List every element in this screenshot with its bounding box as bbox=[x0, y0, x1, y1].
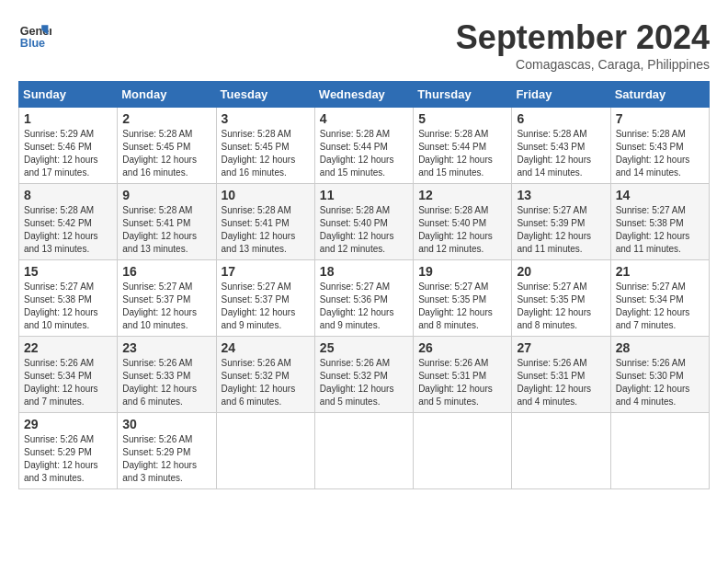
day-number: 18 bbox=[320, 264, 408, 279]
day-number: 29 bbox=[24, 417, 112, 431]
day-details: Sunrise: 5:27 AMSunset: 5:35 PMDaylight:… bbox=[418, 282, 493, 330]
day-number: 1 bbox=[24, 111, 112, 126]
calendar-day-cell: 28 Sunrise: 5:26 AMSunset: 5:30 PMDaylig… bbox=[610, 337, 709, 413]
day-number: 15 bbox=[24, 264, 112, 279]
day-details: Sunrise: 5:26 AMSunset: 5:29 PMDaylight:… bbox=[122, 434, 197, 483]
calendar-week-row: 15 Sunrise: 5:27 AMSunset: 5:38 PMDaylig… bbox=[19, 260, 710, 337]
day-number: 24 bbox=[222, 340, 310, 355]
calendar-day-cell: 9 Sunrise: 5:28 AMSunset: 5:41 PMDayligh… bbox=[118, 184, 216, 260]
calendar-day-cell: 1 Sunrise: 5:29 AMSunset: 5:46 PMDayligh… bbox=[19, 108, 118, 184]
calendar-day-header: Thursday bbox=[414, 82, 512, 108]
day-number: 26 bbox=[418, 340, 506, 355]
calendar-day-cell: 14 Sunrise: 5:27 AMSunset: 5:38 PMDaylig… bbox=[610, 184, 709, 260]
calendar-day-cell: 24 Sunrise: 5:26 AMSunset: 5:32 PMDaylig… bbox=[216, 337, 314, 413]
calendar-day-header: Wednesday bbox=[314, 82, 413, 108]
day-number: 25 bbox=[320, 340, 408, 355]
calendar-day-cell: 7 Sunrise: 5:28 AMSunset: 5:43 PMDayligh… bbox=[610, 108, 709, 184]
day-number: 17 bbox=[222, 264, 310, 279]
day-details: Sunrise: 5:27 AMSunset: 5:34 PMDaylight:… bbox=[616, 282, 690, 330]
day-details: Sunrise: 5:27 AMSunset: 5:36 PMDaylight:… bbox=[320, 282, 394, 330]
calendar-day-cell: 27 Sunrise: 5:26 AMSunset: 5:31 PMDaylig… bbox=[512, 337, 610, 413]
day-details: Sunrise: 5:26 AMSunset: 5:34 PMDaylight:… bbox=[24, 358, 98, 407]
calendar-day-cell: 2 Sunrise: 5:28 AMSunset: 5:45 PMDayligh… bbox=[118, 108, 216, 184]
calendar-day-cell: 21 Sunrise: 5:27 AMSunset: 5:34 PMDaylig… bbox=[610, 260, 709, 337]
day-number: 3 bbox=[222, 111, 310, 126]
day-number: 19 bbox=[418, 264, 506, 279]
calendar-day-header: Sunday bbox=[19, 82, 118, 108]
calendar-day-cell bbox=[216, 413, 314, 489]
day-details: Sunrise: 5:29 AMSunset: 5:46 PMDaylight:… bbox=[24, 129, 98, 178]
calendar-day-cell: 25 Sunrise: 5:26 AMSunset: 5:32 PMDaylig… bbox=[314, 337, 413, 413]
day-details: Sunrise: 5:28 AMSunset: 5:45 PMDaylight:… bbox=[122, 129, 197, 178]
calendar-body: 1 Sunrise: 5:29 AMSunset: 5:46 PMDayligh… bbox=[19, 108, 710, 489]
calendar-week-row: 8 Sunrise: 5:28 AMSunset: 5:42 PMDayligh… bbox=[19, 184, 710, 260]
day-number: 30 bbox=[122, 417, 210, 431]
calendar-day-cell: 8 Sunrise: 5:28 AMSunset: 5:42 PMDayligh… bbox=[19, 184, 118, 260]
calendar-day-cell: 6 Sunrise: 5:28 AMSunset: 5:43 PMDayligh… bbox=[512, 108, 610, 184]
day-details: Sunrise: 5:27 AMSunset: 5:38 PMDaylight:… bbox=[24, 282, 98, 330]
day-number: 6 bbox=[517, 111, 605, 126]
day-details: Sunrise: 5:26 AMSunset: 5:29 PMDaylight:… bbox=[24, 434, 98, 483]
day-number: 21 bbox=[616, 264, 704, 279]
day-number: 8 bbox=[24, 188, 112, 202]
calendar-week-row: 29 Sunrise: 5:26 AMSunset: 5:29 PMDaylig… bbox=[19, 413, 710, 489]
calendar-day-header: Friday bbox=[512, 82, 610, 108]
calendar-day-cell: 13 Sunrise: 5:27 AMSunset: 5:39 PMDaylig… bbox=[512, 184, 610, 260]
day-number: 10 bbox=[222, 188, 310, 202]
logo: General Blue bbox=[18, 18, 51, 52]
calendar-day-header: Saturday bbox=[610, 82, 709, 108]
day-details: Sunrise: 5:26 AMSunset: 5:31 PMDaylight:… bbox=[517, 358, 591, 407]
day-details: Sunrise: 5:28 AMSunset: 5:40 PMDaylight:… bbox=[320, 205, 394, 254]
calendar-day-cell: 4 Sunrise: 5:28 AMSunset: 5:44 PMDayligh… bbox=[314, 108, 413, 184]
svg-text:Blue: Blue bbox=[20, 37, 45, 50]
day-number: 7 bbox=[616, 111, 704, 126]
day-details: Sunrise: 5:27 AMSunset: 5:35 PMDaylight:… bbox=[517, 282, 591, 330]
calendar-day-cell bbox=[610, 413, 709, 489]
day-number: 22 bbox=[24, 340, 112, 355]
day-details: Sunrise: 5:27 AMSunset: 5:37 PMDaylight:… bbox=[122, 282, 197, 330]
day-details: Sunrise: 5:27 AMSunset: 5:37 PMDaylight:… bbox=[222, 282, 296, 330]
month-title: September 2024 bbox=[456, 18, 710, 57]
calendar-day-cell: 10 Sunrise: 5:28 AMSunset: 5:41 PMDaylig… bbox=[216, 184, 314, 260]
day-details: Sunrise: 5:26 AMSunset: 5:32 PMDaylight:… bbox=[222, 358, 296, 407]
day-number: 12 bbox=[418, 188, 506, 202]
calendar-day-cell: 18 Sunrise: 5:27 AMSunset: 5:36 PMDaylig… bbox=[314, 260, 413, 337]
location: Comagascas, Caraga, Philippines bbox=[456, 57, 710, 72]
day-details: Sunrise: 5:28 AMSunset: 5:45 PMDaylight:… bbox=[222, 129, 296, 178]
calendar-day-cell: 23 Sunrise: 5:26 AMSunset: 5:33 PMDaylig… bbox=[118, 337, 216, 413]
calendar-day-cell bbox=[414, 413, 512, 489]
calendar-day-cell: 22 Sunrise: 5:26 AMSunset: 5:34 PMDaylig… bbox=[19, 337, 118, 413]
calendar-day-cell: 29 Sunrise: 5:26 AMSunset: 5:29 PMDaylig… bbox=[19, 413, 118, 489]
day-number: 23 bbox=[122, 340, 210, 355]
calendar-day-cell: 19 Sunrise: 5:27 AMSunset: 5:35 PMDaylig… bbox=[414, 260, 512, 337]
logo-icon: General Blue bbox=[18, 18, 51, 52]
calendar-day-cell: 20 Sunrise: 5:27 AMSunset: 5:35 PMDaylig… bbox=[512, 260, 610, 337]
calendar-week-row: 1 Sunrise: 5:29 AMSunset: 5:46 PMDayligh… bbox=[19, 108, 710, 184]
calendar-day-cell bbox=[314, 413, 413, 489]
day-details: Sunrise: 5:28 AMSunset: 5:42 PMDaylight:… bbox=[24, 205, 98, 254]
day-number: 28 bbox=[616, 340, 704, 355]
day-details: Sunrise: 5:27 AMSunset: 5:39 PMDaylight:… bbox=[517, 205, 591, 254]
day-number: 13 bbox=[517, 188, 605, 202]
day-details: Sunrise: 5:26 AMSunset: 5:32 PMDaylight:… bbox=[320, 358, 394, 407]
day-details: Sunrise: 5:28 AMSunset: 5:41 PMDaylight:… bbox=[122, 205, 197, 254]
calendar-day-cell: 16 Sunrise: 5:27 AMSunset: 5:37 PMDaylig… bbox=[118, 260, 216, 337]
calendar-header-row: SundayMondayTuesdayWednesdayThursdayFrid… bbox=[19, 82, 710, 108]
day-number: 16 bbox=[122, 264, 210, 279]
calendar-week-row: 22 Sunrise: 5:26 AMSunset: 5:34 PMDaylig… bbox=[19, 337, 710, 413]
day-number: 14 bbox=[616, 188, 704, 202]
calendar-day-header: Monday bbox=[118, 82, 216, 108]
day-number: 20 bbox=[517, 264, 605, 279]
calendar-day-cell: 30 Sunrise: 5:26 AMSunset: 5:29 PMDaylig… bbox=[118, 413, 216, 489]
day-number: 5 bbox=[418, 111, 506, 126]
day-details: Sunrise: 5:28 AMSunset: 5:44 PMDaylight:… bbox=[418, 129, 493, 178]
day-number: 2 bbox=[122, 111, 210, 126]
day-details: Sunrise: 5:28 AMSunset: 5:43 PMDaylight:… bbox=[616, 129, 690, 178]
calendar-day-cell: 11 Sunrise: 5:28 AMSunset: 5:40 PMDaylig… bbox=[314, 184, 413, 260]
day-details: Sunrise: 5:28 AMSunset: 5:41 PMDaylight:… bbox=[222, 205, 296, 254]
day-details: Sunrise: 5:28 AMSunset: 5:44 PMDaylight:… bbox=[320, 129, 394, 178]
day-details: Sunrise: 5:26 AMSunset: 5:30 PMDaylight:… bbox=[616, 358, 690, 407]
calendar-day-cell bbox=[512, 413, 610, 489]
day-number: 9 bbox=[122, 188, 210, 202]
calendar-day-cell: 12 Sunrise: 5:28 AMSunset: 5:40 PMDaylig… bbox=[414, 184, 512, 260]
